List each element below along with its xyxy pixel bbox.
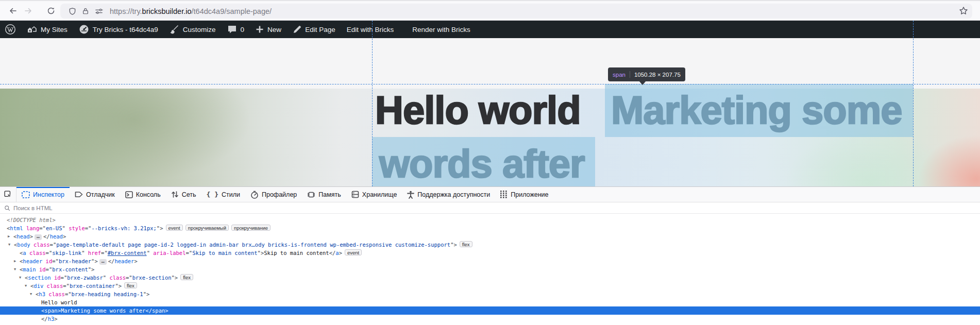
code-val: brxe-heading heading-1 xyxy=(72,291,143,297)
tooltip-arrow xyxy=(639,81,646,85)
code-val: brxe-section xyxy=(132,275,172,281)
code-p: =" xyxy=(46,266,53,272)
expand-arrow-icon[interactable]: ▶ xyxy=(14,257,16,265)
code-doc: <!DOCTYPE html> xyxy=(7,217,56,223)
code-badge: прокручивание xyxy=(231,225,271,231)
code-vlink: #brx-content xyxy=(108,250,147,256)
admin-bar-item-comments[interactable]: 0 xyxy=(222,21,250,38)
code-p: > xyxy=(54,316,57,322)
url-text: https://try.bricksbuilder.io/t64dc4a9/sa… xyxy=(110,7,272,15)
shield-icon[interactable] xyxy=(65,7,79,16)
devtools-tab-styles[interactable]: { }Стили xyxy=(201,187,245,202)
devtools-tab-label: Приложение xyxy=(511,191,548,198)
tree-row[interactable]: <html lang="en-US" style="--bricks-vh: 3… xyxy=(0,224,980,232)
code-attr: class xyxy=(26,250,46,256)
devtools-tab-application[interactable]: Приложение xyxy=(495,187,553,202)
expand-arrow-icon[interactable]: ▶ xyxy=(8,232,10,241)
code-p: </ xyxy=(329,250,336,256)
collapse-arrow-icon[interactable]: ▼ xyxy=(8,241,10,249)
code-val: page-template-default page page-id-2 log… xyxy=(56,242,450,248)
devtools-tab-console[interactable]: Консоль xyxy=(120,187,166,202)
admin-bar-item-new[interactable]: New xyxy=(250,21,287,38)
admin-bar-item-wp-logo[interactable] xyxy=(0,21,21,38)
html-search-input[interactable]: Поиск в HTML xyxy=(0,203,980,214)
code-val: brxe-container xyxy=(70,283,115,289)
tree-row[interactable]: ▼<section id="brxe-zwabsr" class="brxe-s… xyxy=(0,273,980,282)
admin-bar-item-render-with-bricks[interactable]: Render with Bricks xyxy=(407,21,476,38)
code-p: " xyxy=(81,250,88,256)
collapse-arrow-icon[interactable]: ▼ xyxy=(25,282,27,290)
storage-icon xyxy=(351,191,359,198)
devtools-tab-label: Память xyxy=(318,191,341,198)
tree-row[interactable]: ▼<div class="brxe-container">flex xyxy=(0,282,980,290)
code-val: en-US xyxy=(46,225,62,231)
back-button[interactable] xyxy=(5,3,21,19)
accessibility-icon xyxy=(407,191,414,199)
tree-row[interactable]: ▶<header id="brx-header">…</header> xyxy=(0,257,980,265)
admin-bar-item-my-sites[interactable]: My Sites xyxy=(21,21,73,38)
code-ell: … xyxy=(35,234,42,240)
collapse-arrow-icon[interactable]: ▼ xyxy=(19,273,21,282)
reload-button[interactable] xyxy=(43,3,59,19)
bookmark-star-icon[interactable] xyxy=(959,6,968,18)
devtools-tab-memory[interactable]: Память xyxy=(302,187,346,202)
inspector-highlight-box-line2 xyxy=(372,137,595,186)
code-p: </ xyxy=(108,258,115,264)
devtools-tab-storage[interactable]: Хранилище xyxy=(346,187,402,202)
lock-icon[interactable] xyxy=(79,7,92,16)
code-txt: Marketing some words after xyxy=(61,307,145,314)
tree-row[interactable]: ▼<body class="page-template-default page… xyxy=(0,241,980,249)
code-attr: id xyxy=(42,258,52,264)
tree-row[interactable]: ▼<main id="brx-content"> xyxy=(0,265,980,273)
code-p: " xyxy=(147,250,154,256)
code-badge: flex xyxy=(124,282,137,288)
devtools-tab-debugger[interactable]: Отладчик xyxy=(70,187,120,202)
admin-bar-item-edit-page[interactable]: Edit Page xyxy=(287,21,341,38)
collapse-arrow-icon[interactable]: ▼ xyxy=(14,265,16,273)
code-attr: href xyxy=(88,250,101,256)
code-val: --bricks-vh: 3.21px; xyxy=(91,225,156,231)
tree-row[interactable]: Hello world xyxy=(0,298,980,306)
code-p: =" xyxy=(39,225,46,231)
code-tag: h3 xyxy=(39,291,45,297)
devtools-tab-inspector[interactable]: Инспектор xyxy=(16,187,70,202)
pick-element-button[interactable] xyxy=(0,187,16,202)
site-gauge-icon xyxy=(79,24,89,35)
wp-admin-bar: My SitesTry Bricks - t64dc4a9Customize0N… xyxy=(0,21,980,38)
url-bar[interactable]: https://try.bricksbuilder.io/t64dc4a9/sa… xyxy=(60,4,972,19)
heading-hello-world: Hello world xyxy=(375,83,581,137)
tree-row-selected[interactable]: <span>Marketing some words after</span> xyxy=(0,306,980,315)
styles-icon: { } xyxy=(206,191,218,198)
forward-button[interactable] xyxy=(21,3,36,19)
permissions-icon[interactable] xyxy=(92,7,106,16)
devtools-tab-network[interactable]: Сеть xyxy=(166,187,201,202)
network-icon xyxy=(171,191,179,198)
tooltip-dimensions: 1050.28 × 207.75 xyxy=(634,72,681,78)
devtools-tab-accessibility[interactable]: Поддержка доступности xyxy=(402,187,495,202)
tree-row[interactable]: </h3> xyxy=(0,315,980,323)
code-p: =" xyxy=(50,242,57,248)
code-badge: flex xyxy=(180,274,193,280)
collapse-arrow-icon[interactable]: ▼ xyxy=(30,290,32,298)
admin-bar-item-edit-with-bricks[interactable]: Edit with Bricks xyxy=(341,21,400,38)
code-p: > xyxy=(63,233,66,240)
code-badge: event xyxy=(166,225,183,231)
inspector-tooltip: span 1050.28 × 207.75 xyxy=(608,67,685,81)
admin-bar-label: 0 xyxy=(241,26,245,33)
my-sites-icon xyxy=(27,25,37,34)
tree-row[interactable]: <a class="skip-link" href="#brx-content"… xyxy=(0,249,980,257)
tree-row[interactable]: ▶<head>…</head> xyxy=(0,232,980,241)
code-tag: span xyxy=(152,307,165,314)
code-val: Skip to main content xyxy=(192,250,257,256)
tree-row[interactable]: ▼<h3 class="brxe-heading heading-1"> xyxy=(0,290,980,298)
search-placeholder: Поиск в HTML xyxy=(13,205,53,211)
devtools-tab-profiler[interactable]: Профайлер xyxy=(245,187,302,202)
admin-bar-item-customize[interactable]: Customize xyxy=(164,21,222,38)
devtools-tab-label: Консоль xyxy=(136,191,161,198)
console-icon xyxy=(125,191,133,198)
tree-row[interactable]: </div> xyxy=(0,323,980,325)
tree-row[interactable]: <!DOCTYPE html> xyxy=(0,216,980,224)
admin-bar-item-site-name[interactable]: Try Bricks - t64dc4a9 xyxy=(73,21,164,38)
code-p: </ xyxy=(145,307,152,314)
admin-bar-label: Edit Page xyxy=(305,26,335,33)
